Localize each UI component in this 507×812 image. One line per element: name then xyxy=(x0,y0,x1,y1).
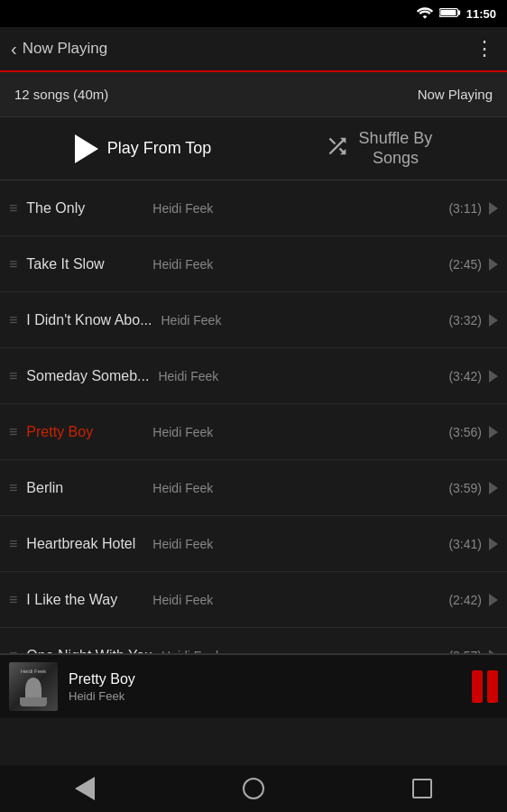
song-row[interactable]: ≡BerlinHeidi Feek(3:59) xyxy=(0,460,507,516)
nav-back[interactable]: ‹ Now Playing xyxy=(11,39,107,60)
play-from-top-label: Play From Top xyxy=(107,139,212,158)
song-arrow-icon xyxy=(489,314,498,327)
drag-handle-icon: ≡ xyxy=(9,200,17,217)
battery-icon xyxy=(439,6,461,22)
clock: 11:50 xyxy=(466,7,496,21)
song-title: Berlin xyxy=(26,480,143,496)
back-icon xyxy=(75,777,95,800)
drag-handle-icon: ≡ xyxy=(9,480,17,496)
pause-button[interactable] xyxy=(472,670,498,703)
now-playing-info: Pretty Boy Heidi Feek xyxy=(58,671,472,703)
drag-handle-icon: ≡ xyxy=(9,536,17,552)
controls-row: Play From Top Shuffle BySongs xyxy=(0,117,507,180)
drag-handle-icon: ≡ xyxy=(9,368,17,384)
song-title: The Only xyxy=(26,200,143,217)
song-artist: Heidi Feek xyxy=(143,481,448,495)
songs-header: 12 songs (40m) Now Playing xyxy=(0,72,507,117)
album-art: Heidi Feek xyxy=(9,662,58,711)
shuffle-icon xyxy=(325,134,350,164)
song-title: Heartbreak Hotel xyxy=(26,536,143,552)
pause-bar-left xyxy=(472,670,483,703)
song-arrow-icon xyxy=(489,426,498,438)
np-artist: Heidi Feek xyxy=(69,689,461,703)
svg-rect-2 xyxy=(440,10,456,15)
song-title: Pretty Boy xyxy=(26,424,143,440)
song-arrow-icon xyxy=(489,482,498,494)
song-arrow-icon xyxy=(489,594,498,606)
song-duration: (3:56) xyxy=(448,425,482,439)
shuffle-label: Shuffle BySongs xyxy=(359,129,433,168)
nav-title: Now Playing xyxy=(23,40,108,58)
play-from-top-button[interactable]: Play From Top xyxy=(75,134,212,163)
drag-handle-icon: ≡ xyxy=(9,256,17,272)
back-chevron[interactable]: ‹ xyxy=(11,39,17,60)
wifi-icon xyxy=(416,6,434,22)
drag-handle-icon: ≡ xyxy=(9,592,17,608)
song-row[interactable]: ≡Heartbreak HotelHeidi Feek(3:41) xyxy=(0,516,507,572)
song-duration: (2:45) xyxy=(448,257,482,272)
song-title: I Didn't Know Abo... xyxy=(26,312,152,328)
song-row[interactable]: ≡Someday Someb...Heidi Feek(3:42) xyxy=(0,348,507,404)
now-playing-header-label: Now Playing xyxy=(418,87,493,102)
recents-button[interactable] xyxy=(400,770,445,807)
song-title: I Like the Way xyxy=(26,592,143,608)
songs-count: 12 songs (40m) xyxy=(14,87,108,102)
song-artist: Heidi Feek xyxy=(143,257,448,272)
song-artist: Heidi Feek xyxy=(149,369,448,383)
now-playing-bar: Heidi Feek Pretty Boy Heidi Feek xyxy=(0,653,507,718)
back-button[interactable] xyxy=(62,770,107,807)
home-button[interactable] xyxy=(231,770,276,807)
song-title: Take It Slow xyxy=(26,256,143,272)
song-row[interactable]: ≡Take It SlowHeidi Feek(2:45) xyxy=(0,236,507,292)
song-arrow-icon xyxy=(489,258,498,271)
drag-handle-icon: ≡ xyxy=(9,424,17,440)
song-artist: Heidi Feek xyxy=(143,537,448,551)
song-artist: Heidi Feek xyxy=(143,425,448,439)
song-row[interactable]: ≡The OnlyHeidi Feek(3:11) xyxy=(0,180,507,236)
main-content: ‹ Now Playing ⋮ 12 songs (40m) Now Playi… xyxy=(0,27,507,765)
home-icon xyxy=(243,778,264,799)
song-duration: (3:32) xyxy=(448,313,482,328)
play-icon xyxy=(75,134,98,163)
song-arrow-icon xyxy=(489,370,498,383)
nav-bar: ‹ Now Playing ⋮ xyxy=(0,27,507,72)
song-duration: (3:41) xyxy=(448,537,482,551)
status-bar: 11:50 xyxy=(0,0,507,27)
song-title: Someday Someb... xyxy=(26,368,149,384)
song-duration: (3:42) xyxy=(448,369,482,383)
shuffle-button[interactable]: Shuffle BySongs xyxy=(325,129,433,168)
svg-rect-1 xyxy=(457,10,460,14)
song-artist: Heidi Feek xyxy=(143,593,448,607)
song-duration: (2:42) xyxy=(448,593,482,607)
song-arrow-icon xyxy=(489,202,498,215)
song-artist: Heidi Feek xyxy=(152,313,448,328)
song-arrow-icon xyxy=(489,538,498,550)
recents-icon xyxy=(412,779,432,798)
song-row[interactable]: ≡I Didn't Know Abo...Heidi Feek(3:32) xyxy=(0,292,507,348)
song-duration: (3:11) xyxy=(448,201,482,216)
song-duration: (3:59) xyxy=(448,481,482,495)
bottom-nav xyxy=(0,765,507,812)
drag-handle-icon: ≡ xyxy=(9,312,17,328)
np-title: Pretty Boy xyxy=(69,671,461,687)
song-row[interactable]: ≡I Like the WayHeidi Feek(2:42) xyxy=(0,572,507,628)
pause-bar-right xyxy=(487,670,498,703)
menu-button[interactable]: ⋮ xyxy=(475,37,496,60)
status-icons: 11:50 xyxy=(416,6,496,22)
song-row[interactable]: ≡Pretty BoyHeidi Feek(3:56) xyxy=(0,404,507,460)
song-artist: Heidi Feek xyxy=(143,201,448,216)
